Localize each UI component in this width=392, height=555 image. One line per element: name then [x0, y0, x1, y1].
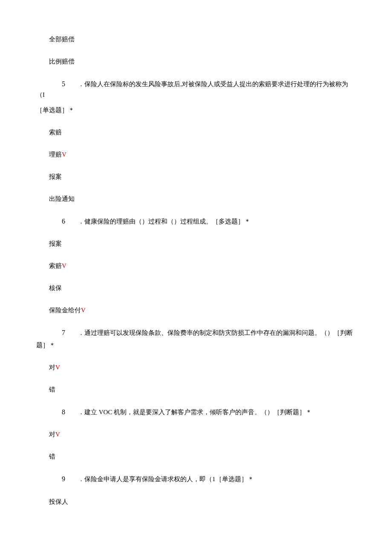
check-icon: V [55, 431, 60, 438]
answer-option: 错 [36, 384, 356, 395]
option-text: 出险通知 [49, 195, 75, 202]
option-text: 报案 [49, 240, 62, 247]
check-icon: V [62, 262, 66, 269]
question-text: ．保险金申请人是享有保险金请求权的人，即（1［单选题］＊ [78, 476, 254, 482]
question-number: 9 [49, 474, 65, 485]
question-7: 7．通过理赔可以发现保险条款、保险费率的制定和防灾防损工作中存在的漏洞和问题。（… [36, 327, 356, 338]
option-text: 理赔 [49, 151, 62, 158]
option-text: 核保 [49, 285, 62, 291]
question-number: 7 [49, 327, 65, 338]
question-5: 5．保险人在保险标的发生风险事故后,对被保险人或受益人提出的索赔要求进行处理的行… [36, 78, 356, 100]
answer-option: 核保 [36, 283, 356, 293]
question-text: ．健康保险的理赔由（）过程和（）过程组成。［多选题］＊ [78, 218, 251, 225]
question-7-wrap: 题］＊ [36, 340, 356, 350]
option-text: 报案 [49, 173, 62, 180]
option-text: 错 [49, 453, 55, 460]
question-number: 5 [49, 78, 65, 90]
answer-option: 报案 [36, 171, 356, 182]
option-text: 索赔 [49, 262, 62, 269]
option-text: 投保人 [49, 498, 68, 505]
option-text: 全部赔偿 [49, 36, 75, 43]
answer-option: 出险通知 [36, 194, 356, 204]
option-text: 对 [49, 364, 55, 371]
question-8: 8．建立 VOC 机制，就是要深入了解客户需求，倾听客户的声音。（）［判断题］＊ [36, 407, 356, 418]
question-text: ．保险人在保险标的发生风险事故后,对被保险人或受益人提出的索赔要求进行处理的行为… [36, 81, 348, 98]
question-5-wrap: ［单选题］＊ [36, 105, 356, 115]
option-text: 索赔 [49, 129, 62, 136]
answer-option: 报案 [36, 238, 356, 249]
option-text: 保险金给付 [49, 307, 81, 314]
answer-option: 索赔 [36, 127, 356, 137]
answer-option: 全部赔偿 [36, 34, 356, 44]
answer-option: 比例赔偿 [36, 56, 356, 67]
question-9: 9．保险金申请人是享有保险金请求权的人，即（1［单选题］＊ [36, 474, 356, 485]
option-text: 比例赔偿 [49, 58, 75, 65]
question-type-label: 题］＊ [36, 342, 55, 349]
answer-option: 错 [36, 451, 356, 462]
check-icon: V [55, 364, 60, 371]
answer-option-correct: 保险金给付V [36, 305, 356, 315]
answer-option-correct: 索赔V [36, 261, 356, 271]
question-6: 6．健康保险的理赔由（）过程和（）过程组成。［多选题］＊ [36, 216, 356, 227]
option-text: 对 [49, 431, 55, 438]
question-text: ．通过理赔可以发现保险条款、保险费率的制定和防灾防损工作中存在的漏洞和问题。（）… [78, 329, 353, 336]
option-text: 错 [49, 386, 55, 393]
check-icon: V [81, 307, 86, 314]
question-number: 8 [49, 407, 65, 418]
answer-option-correct: 对V [36, 362, 356, 372]
answer-option: 投保人 [36, 497, 356, 507]
check-icon: V [62, 151, 66, 158]
answer-option-correct: 对V [36, 429, 356, 439]
answer-option-correct: 理赔V [36, 149, 356, 160]
question-number: 6 [49, 216, 65, 227]
question-text: ．建立 VOC 机制，就是要深入了解客户需求，倾听客户的声音。（）［判断题］＊ [78, 409, 312, 416]
question-type-label: ［单选题］＊ [36, 107, 75, 113]
